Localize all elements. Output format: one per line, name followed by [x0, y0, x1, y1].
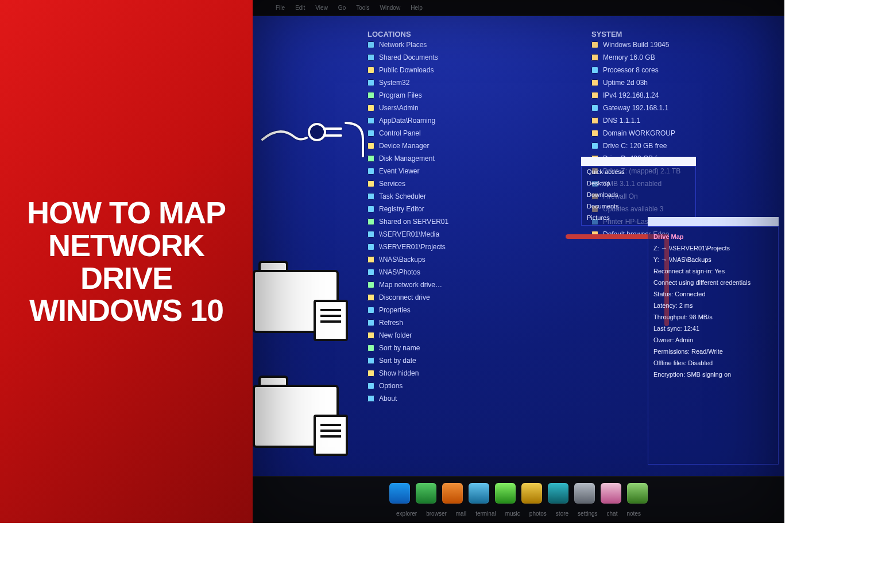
- list-item-label: Refresh: [379, 316, 403, 329]
- list-item-label: Options: [379, 380, 403, 392]
- list-item[interactable]: DNS 1.1.1.1: [591, 114, 784, 127]
- dock-tile-music[interactable]: [495, 483, 516, 504]
- list-item-label: Public Downloads: [379, 64, 434, 76]
- floating-panel-drivemap[interactable]: ● ● ● Drive Map Z: → \\SERVER01\Projects…: [648, 217, 779, 465]
- list-item-label: Gateway 192.168.1.1: [603, 102, 668, 114]
- bullet-icon: [368, 382, 374, 389]
- list-item-label: AppData\Roaming: [379, 114, 435, 127]
- bullet-icon: [368, 281, 374, 288]
- list-item[interactable]: Public Downloads: [368, 64, 574, 76]
- list-item[interactable]: \\SERVER01\Projects: [368, 241, 574, 253]
- folder-icon: [253, 257, 345, 338]
- dock: [389, 483, 648, 504]
- list-item[interactable]: Control Panel: [368, 127, 574, 140]
- list-item[interactable]: IPv4 192.168.1.24: [591, 89, 784, 102]
- bullet-icon: [591, 67, 598, 74]
- menu-item[interactable]: Window: [380, 5, 401, 11]
- bullet-icon: [591, 79, 598, 86]
- list-item-label: Shared on SERVER01: [379, 215, 448, 228]
- list-item[interactable]: New folder: [368, 329, 574, 342]
- dock-tile-settings[interactable]: [574, 483, 595, 504]
- bullet-icon: [591, 231, 598, 238]
- menu-item[interactable]: File: [276, 5, 285, 11]
- list-item[interactable]: \\NAS\Backups: [368, 253, 574, 266]
- bullet-icon: [368, 269, 374, 276]
- list-item[interactable]: Memory 16.0 GB: [591, 51, 784, 64]
- dock-tile-terminal[interactable]: [469, 483, 489, 504]
- bullet-icon: [368, 130, 374, 137]
- bullet-icon: [591, 117, 598, 124]
- list-item[interactable]: Processor 8 cores: [591, 64, 784, 76]
- list-item[interactable]: Users\Admin: [368, 102, 574, 114]
- list-item[interactable]: Domain WORKGROUP: [591, 127, 784, 140]
- list-item[interactable]: Shared on SERVER01: [368, 215, 574, 228]
- desktop: LOCATIONS Network PlacesShared Documents…: [253, 16, 784, 476]
- menu-item[interactable]: Tools: [356, 5, 369, 11]
- panel-row[interactable]: Desktop: [581, 177, 696, 189]
- svg-point-0: [309, 124, 325, 140]
- panel-row[interactable]: Quick access: [581, 166, 696, 177]
- list-item-label: Windows Build 19045: [603, 38, 669, 51]
- dock-tile-chat[interactable]: [601, 483, 621, 504]
- list-item[interactable]: Uptime 2d 03h: [591, 76, 784, 89]
- dock-tile-notes[interactable]: [627, 483, 648, 504]
- list-item[interactable]: Disk Management: [368, 152, 574, 165]
- list-item[interactable]: Properties: [368, 304, 574, 316]
- list-item[interactable]: Drive C: 120 GB free: [591, 140, 784, 152]
- list-item[interactable]: Refresh: [368, 316, 574, 329]
- dock-label: photos: [529, 510, 547, 517]
- bullet-icon: [591, 105, 598, 111]
- list-item[interactable]: Task Scheduler: [368, 190, 574, 203]
- list-item[interactable]: System32: [368, 76, 574, 89]
- list-item-label: Control Panel: [379, 127, 421, 140]
- list-item[interactable]: Services: [368, 177, 574, 190]
- dock-tile-store[interactable]: [548, 483, 568, 504]
- menu-item[interactable]: View: [315, 5, 328, 11]
- bullet-icon: [368, 67, 374, 74]
- list-item[interactable]: Registry Editor: [368, 203, 574, 215]
- dock-label: notes: [626, 510, 640, 517]
- window-controls-icon[interactable]: ● ● ●: [651, 218, 675, 224]
- list-item[interactable]: Event Viewer: [368, 165, 574, 177]
- list-item[interactable]: \\SERVER01\Media: [368, 228, 574, 241]
- bullet-icon: [368, 168, 374, 175]
- list-item-label: IPv4 192.168.1.24: [603, 89, 659, 102]
- dock-tile-mail[interactable]: [442, 483, 463, 504]
- list-item[interactable]: Device Manager: [368, 140, 574, 152]
- list-item[interactable]: Map network drive…: [368, 278, 574, 291]
- list-item[interactable]: AppData\Roaming: [368, 114, 574, 127]
- bullet-icon: [368, 345, 374, 351]
- bullet-icon: [368, 243, 374, 250]
- dock-label: chat: [607, 510, 618, 517]
- menu-item[interactable]: Help: [411, 5, 423, 11]
- list-item[interactable]: Sort by date: [368, 354, 574, 367]
- list-item[interactable]: Options: [368, 380, 574, 392]
- list-item[interactable]: Show hidden: [368, 367, 574, 380]
- list-item[interactable]: \\NAS\Photos: [368, 266, 574, 278]
- bullet-icon: [368, 395, 374, 402]
- panel-row[interactable]: Documents: [581, 200, 696, 212]
- list-item[interactable]: Sort by name: [368, 342, 574, 354]
- dock-tile-photos[interactable]: [521, 483, 542, 504]
- bullet-icon: [368, 319, 374, 326]
- list-item[interactable]: Shared Documents: [368, 51, 574, 64]
- floating-panel-quickaccess[interactable]: Quick access Desktop Downloads Documents…: [581, 157, 696, 226]
- bullet-icon: [368, 307, 374, 314]
- dock-tile-explorer[interactable]: [389, 483, 410, 504]
- list-item[interactable]: About: [368, 392, 574, 405]
- list-item[interactable]: Windows Build 19045: [591, 38, 784, 51]
- menu-item[interactable]: Go: [338, 5, 346, 11]
- dock-tile-browser[interactable]: [416, 483, 436, 504]
- panel-line: Throughput: 98 MB/s: [653, 311, 773, 323]
- list-item[interactable]: Program Files: [368, 89, 574, 102]
- panel-row[interactable]: Downloads: [581, 189, 696, 200]
- list-item-label: System32: [379, 76, 409, 89]
- menu-item[interactable]: Edit: [295, 5, 305, 11]
- panel-line: Permissions: Read/Write: [653, 346, 773, 357]
- panel-line: Reconnect at sign-in: Yes: [653, 265, 773, 277]
- list-item[interactable]: Disconnect drive: [368, 291, 574, 304]
- list-item-label: \\SERVER01\Media: [379, 228, 439, 241]
- list-item[interactable]: Network Places: [368, 38, 574, 51]
- list-item[interactable]: Gateway 192.168.1.1: [591, 102, 784, 114]
- panel-line: Offline files: Disabled: [653, 357, 773, 369]
